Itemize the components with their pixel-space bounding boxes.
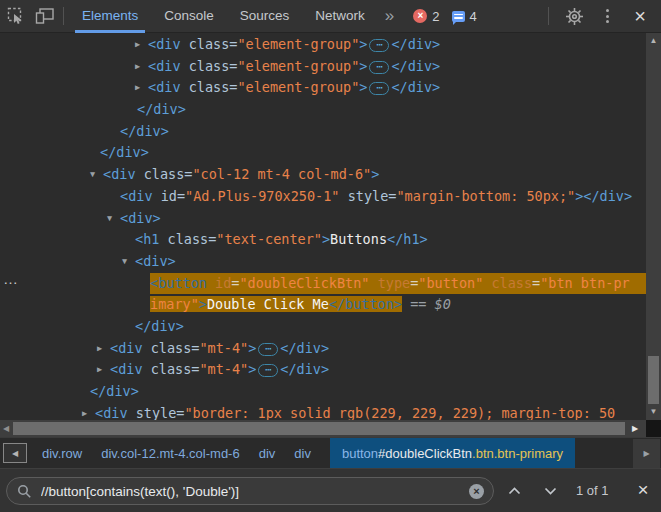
dom-tree-row[interactable]: </div> [0, 99, 646, 121]
scroll-left-arrow[interactable]: ◀ [0, 420, 12, 437]
dom-tree-row[interactable]: ▶<div style="border: 1px solid rgb(229, … [0, 403, 646, 420]
expand-arrow-icon[interactable]: ▶ [97, 338, 102, 360]
more-options-button[interactable] [594, 3, 620, 29]
clear-search-button[interactable]: × [469, 484, 484, 499]
console-errors-badge[interactable]: × 2 [413, 9, 439, 24]
chevron-down-icon [544, 487, 557, 495]
close-search-button[interactable]: × [632, 469, 654, 512]
dom-tree-row[interactable]: </div> [0, 121, 646, 143]
code-token: = [532, 275, 540, 291]
code-token: "element-group" [237, 36, 359, 52]
close-icon: × [634, 6, 646, 26]
code-token: > [322, 231, 330, 247]
scroll-down-arrow[interactable]: ▼ [646, 406, 661, 418]
dom-tree-row[interactable]: </div> [0, 381, 646, 403]
code-token: Double Click Me [207, 296, 329, 312]
collapse-arrow-icon[interactable]: ▼ [90, 164, 95, 186]
code-token: class [189, 58, 230, 74]
breadcrumb-item-selected[interactable]: button#doubleClickBtn.btn.btn-primary [330, 438, 575, 468]
inspect-cursor-icon [7, 7, 25, 25]
code-token: class [168, 231, 209, 247]
dom-tree-row[interactable]: imary">Double Click Me</button> == $0 [0, 294, 646, 316]
next-match-button[interactable] [540, 481, 560, 501]
tab-network[interactable]: Network [308, 0, 372, 33]
inline-expand-button[interactable]: ⋯ [258, 343, 278, 356]
inline-expand-button[interactable]: ⋯ [369, 39, 389, 52]
scrollbar-corner [646, 420, 661, 437]
row-actions-ellipsis[interactable]: … [3, 268, 19, 290]
dom-tree-row[interactable]: ▶<div class="element-group">⋯</div> [0, 56, 646, 78]
devtools-window: ElementsConsoleSourcesNetwork » × 2 4 [0, 0, 661, 512]
horizontal-scrollbar[interactable]: ◀ ▶ [0, 420, 646, 437]
dom-tree-row[interactable]: </div> [0, 316, 646, 338]
inline-expand-button[interactable]: ⋯ [369, 61, 389, 74]
code-token: "button" [418, 275, 483, 291]
collapse-arrow-icon[interactable]: ▼ [122, 251, 127, 273]
expand-arrow-icon[interactable]: ▶ [82, 403, 87, 420]
dom-tree-row[interactable]: ▶<div class="element-group">⋯</div> [0, 77, 646, 99]
vertical-scrollbar[interactable]: ▲ ▼ [646, 33, 661, 420]
dom-tree-row[interactable]: ▼<div> [0, 251, 646, 273]
close-devtools-button[interactable]: × [627, 3, 653, 29]
breadcrumb-scroll-left-button[interactable]: ◀ [3, 443, 27, 463]
chevron-up-icon [508, 487, 521, 495]
previous-match-button[interactable] [504, 481, 524, 501]
tab-console[interactable]: Console [157, 0, 221, 33]
dom-tree-row[interactable]: ▶<div class="mt-4">⋯</div> [0, 359, 646, 381]
devtools-toolbar: ElementsConsoleSourcesNetwork » × 2 4 [0, 0, 661, 33]
more-tabs-button[interactable]: » [385, 1, 394, 31]
device-toolbar-icon [35, 7, 55, 25]
dom-tree-row[interactable]: <h1 class="text-center">Buttons</h1> [0, 229, 646, 251]
dom-tree-row[interactable]: <div id="Ad.Plus-970x250-1" style="margi… [0, 186, 646, 208]
tab-elements[interactable]: Elements [75, 0, 145, 33]
scroll-up-arrow[interactable]: ▲ [646, 35, 661, 47]
code-token: "btn btn-pr [540, 275, 629, 291]
breadcrumb-scroll-right-button[interactable]: ▶ [633, 439, 660, 468]
code-token: <div> [135, 253, 176, 269]
toolbar-right-cluster: × [543, 3, 661, 29]
expand-arrow-icon[interactable]: ▶ [135, 77, 140, 99]
code-token: <div [148, 79, 189, 95]
expand-arrow-icon[interactable]: ▶ [97, 359, 102, 381]
scroll-right-arrow[interactable]: ▶ [629, 420, 641, 437]
horizontal-scrollbar-thumb[interactable] [13, 422, 625, 435]
toolbar-divider [548, 7, 549, 25]
device-toolbar-button[interactable] [32, 3, 58, 29]
breadcrumb: div.rowdiv.col-12.mt-4.col-md-6divdivbut… [42, 438, 575, 468]
code-token: > [248, 361, 256, 377]
code-token: </div> [391, 79, 440, 95]
dom-tree-row[interactable]: ▶<div class="mt-4">⋯</div> [0, 338, 646, 360]
code-token: "doubleClickBtn" [239, 275, 369, 291]
code-token: > [248, 340, 256, 356]
dom-tree-row[interactable]: …<button id="doubleClickBtn" type="butto… [0, 273, 646, 295]
code-token: > [371, 166, 379, 182]
dom-tree-row[interactable]: ▶<div class="element-group">⋯</div> [0, 34, 646, 56]
dom-tree-row[interactable]: ▼<div> [0, 208, 646, 230]
breadcrumb-item[interactable]: div.row [42, 446, 82, 461]
inline-expand-button[interactable]: ⋯ [258, 364, 278, 377]
code-token [339, 188, 347, 204]
expand-arrow-icon[interactable]: ▶ [135, 56, 140, 78]
search-input[interactable]: //button[contains(text(), 'Double')] × [6, 477, 494, 505]
inspect-element-button[interactable] [3, 3, 29, 29]
inline-expand-button[interactable]: ⋯ [369, 82, 389, 95]
code-token: type [378, 275, 411, 291]
error-icon: × [413, 9, 427, 23]
code-token: > [199, 296, 207, 312]
toolbar-divider [63, 7, 64, 25]
settings-button[interactable] [561, 3, 587, 29]
dom-tree-row[interactable]: ▼<div class="col-12 mt-4 col-md-6"> [0, 164, 646, 186]
expand-arrow-icon[interactable]: ▶ [135, 34, 140, 56]
breadcrumb-item[interactable]: div [259, 446, 276, 461]
breadcrumb-item[interactable]: div [294, 446, 311, 461]
issues-badge[interactable]: 4 [452, 9, 477, 24]
code-token: </div> [120, 123, 169, 139]
code-token: "mt-4" [199, 361, 248, 377]
collapse-arrow-icon[interactable]: ▼ [107, 208, 112, 230]
breadcrumb-item[interactable]: div.col-12.mt-4.col-md-6 [101, 446, 239, 461]
error-count: 2 [432, 9, 439, 24]
dom-tree-row[interactable]: </div> [0, 142, 646, 164]
code-token: "element-group" [237, 58, 359, 74]
tab-sources[interactable]: Sources [233, 0, 297, 33]
vertical-scrollbar-thumb[interactable] [648, 356, 659, 404]
